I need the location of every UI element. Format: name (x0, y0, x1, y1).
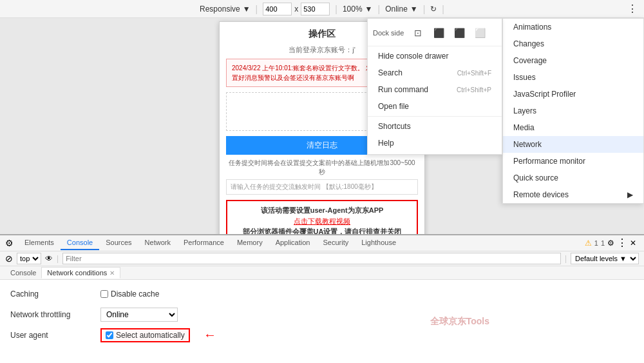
hide-console-drawer-item[interactable]: Hide console drawer (368, 48, 502, 64)
tab-elements[interactable]: Elements (18, 236, 61, 250)
panel-separator-2 (368, 116, 502, 117)
tab-security[interactable]: Security (316, 236, 355, 250)
throttling-control: Online Fast 3G Slow 3G Offline (100, 308, 634, 322)
devtools-side-icon[interactable]: ⚙ (5, 238, 14, 248)
shortcuts-item[interactable]: Shortcuts (368, 118, 502, 135)
drawer-item-animations[interactable]: Animations (503, 19, 643, 35)
dropdown-icon: ▼ (243, 5, 251, 14)
drawer-item-js-profiler[interactable]: JavaScript Profiler (503, 86, 643, 103)
separator-5: | (442, 4, 444, 14)
devtools-subtabs: Console Network conditions ✕ (0, 266, 644, 280)
tab-application[interactable]: Application (269, 236, 317, 250)
tab-memory[interactable]: Memory (231, 236, 269, 250)
open-file-item[interactable]: Open file (368, 98, 502, 115)
user-agent-label: User agent (10, 331, 100, 340)
dock-bottom-icon[interactable]: ⬛ (430, 24, 448, 42)
subtab-close-icon[interactable]: ✕ (109, 270, 115, 277)
run-command-item[interactable]: Run command Ctrl+Shift+P (368, 81, 502, 98)
drawer-item-remote-devices[interactable]: Remote devices ▶ (503, 186, 643, 203)
log-level-select[interactable]: Default levels ▼ (571, 253, 639, 264)
drawer-item-network[interactable]: Network (503, 136, 643, 153)
tab-performance[interactable]: Performance (177, 236, 231, 250)
throttle-select[interactable]: Online Fast 3G Slow 3G Offline (100, 308, 178, 322)
responsive-label: Responsive (200, 5, 240, 14)
no-entry-icon[interactable]: ⊘ (5, 253, 13, 264)
throttling-label: Network throttling (10, 310, 100, 319)
task-hint: 任务提交时间将会在设置提交文案前中的基础上随机增加300~500秒 (226, 159, 418, 177)
disable-cache-label[interactable]: Disable cache (100, 289, 159, 299)
open-file-label: Open file (378, 102, 409, 111)
dock-icons-row: Dock side ⊡ ⬛ ⬛ ⬜ (368, 21, 502, 44)
run-command-shortcut: Ctrl+Shift+P (457, 86, 491, 93)
media-label: Media (513, 123, 535, 132)
warning-title: 该活动需要设置user-Agent为京东APP (232, 205, 412, 217)
remote-devices-label: Remote devices (513, 190, 569, 199)
select-auto-checkbox[interactable] (106, 331, 113, 339)
drawer-item-performance-monitor[interactable]: Performance monitor (503, 153, 643, 170)
toolbar-divider: | (57, 254, 59, 263)
devtools-close-icon[interactable]: ✕ (630, 239, 636, 248)
caching-label: Caching (10, 289, 100, 299)
zoom-selector[interactable]: 100% ▼ (343, 5, 373, 14)
tab-lighthouse[interactable]: Lighthouse (355, 236, 402, 250)
network-dropdown-icon: ▼ (410, 5, 418, 14)
drawer-item-issues[interactable]: Issues (503, 69, 643, 86)
more-icon[interactable]: ⋮ (627, 3, 638, 15)
drawer-item-changes[interactable]: Changes (503, 35, 643, 52)
network-drawer-label: Network (513, 140, 542, 149)
responsive-selector[interactable]: Responsive ▼ (200, 5, 251, 14)
eye-icon[interactable]: 👁 (45, 254, 53, 263)
search-item[interactable]: Search Ctrl+Shift+F (368, 64, 502, 81)
zoom-dropdown-icon: ▼ (365, 5, 373, 14)
dock-right-icon[interactable]: ⬛ (450, 24, 468, 42)
drawer-item-layers[interactable]: Layers (503, 103, 643, 119)
disable-cache-text: Disable cache (111, 289, 159, 299)
drawer-item-media[interactable]: Media (503, 119, 643, 136)
search-label: Search (378, 68, 402, 77)
height-input[interactable] (301, 3, 330, 15)
refresh-icon[interactable]: ↻ (430, 5, 437, 14)
tab-network[interactable]: Network (138, 236, 177, 250)
refresh-button[interactable]: ↻ (430, 5, 437, 14)
throttling-row: Network throttling Online Fast 3G Slow 3… (10, 306, 634, 324)
dock-separator (368, 46, 502, 46)
dimension-x: x (294, 5, 298, 14)
devtools-toolbar-row: ⊘ top 👁 | | Default levels ▼ (0, 251, 644, 266)
dock-side-panel: Dock side ⊡ ⬛ ⬛ ⬜ Hide console drawer Se… (367, 18, 502, 155)
select-auto-label[interactable]: Select automatically (100, 328, 190, 342)
context-select[interactable]: top (17, 253, 41, 264)
drawer-item-coverage[interactable]: Coverage (503, 52, 643, 69)
warning-video-link[interactable]: 点击下载教程视频 (232, 217, 412, 226)
disable-cache-checkbox[interactable] (100, 290, 108, 298)
width-input[interactable] (263, 3, 292, 15)
tab-console[interactable]: Console (61, 236, 99, 250)
separator-1: | (256, 4, 258, 14)
issues-label: Issues (513, 73, 536, 82)
submenu-arrow-icon: ▶ (627, 190, 633, 199)
width-input-group[interactable]: x (263, 3, 330, 15)
more-options-button[interactable]: ⋮ (627, 3, 638, 15)
error-count: 1 (594, 239, 598, 247)
user-agent-control: Select automatically (100, 328, 634, 342)
user-agent-row: User agent Select automatically ← (10, 326, 634, 344)
task-time-input[interactable]: 请输入任务的提交交流触发时间 【默认:1800毫秒】 (226, 179, 418, 195)
help-item[interactable]: Help (368, 135, 502, 152)
caching-row: Caching Disable cache (10, 285, 634, 303)
filter-input[interactable] (62, 253, 561, 264)
dock-left-icon[interactable]: ⊡ (409, 24, 427, 42)
animations-label: Animations (513, 23, 551, 32)
perf-monitor-label: Performance monitor (513, 157, 585, 166)
subtab-console[interactable]: Console (5, 268, 41, 278)
subtab-network-conditions[interactable]: Network conditions ✕ (41, 267, 120, 279)
dock-separate-icon[interactable]: ⬜ (471, 24, 489, 42)
drawer-item-quick-source[interactable]: Quick source (503, 170, 643, 186)
js-profiler-label: JavaScript Profiler (513, 90, 576, 99)
dock-side-label: Dock side (373, 29, 404, 37)
network-label: Online (385, 5, 408, 14)
devtools-ellipsis-icon[interactable]: ⋮ (617, 237, 627, 249)
tab-sources[interactable]: Sources (99, 236, 138, 250)
network-selector[interactable]: Online ▼ (385, 5, 418, 14)
devtools-tabs-bar: ⚙ Elements Console Sources Network Perfo… (0, 235, 644, 251)
devtools-settings-icon[interactable]: ⚙ (607, 239, 614, 248)
separator-2: | (335, 4, 337, 14)
